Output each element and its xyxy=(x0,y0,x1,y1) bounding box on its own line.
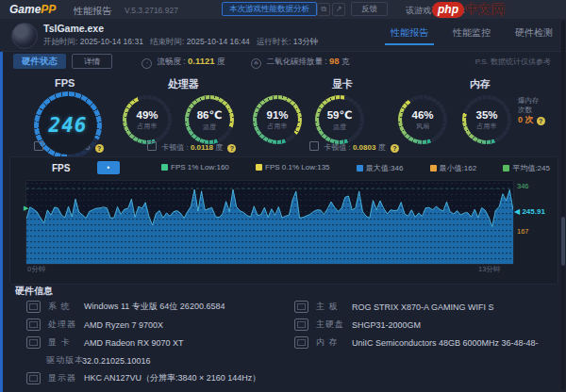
gamepp-logo: GamePP xyxy=(9,3,56,16)
gpu-stutter-icon xyxy=(309,141,319,151)
details-button[interactable]: 详情 xyxy=(72,54,112,69)
hw-info-label: 主硬盘 xyxy=(316,318,352,331)
mem-usage-gauge: 35% 占用率 xyxy=(462,95,511,144)
help-icon[interactable]: ? xyxy=(537,117,545,125)
ps-disclaimer: P.S. 数据统计仅供参考 xyxy=(475,57,551,67)
cpu-stutter-label: 卡顿值 : xyxy=(161,143,188,152)
mem-oom-label-1: 爆内存 xyxy=(518,96,545,106)
smoothness-value: 0.1121 xyxy=(188,56,215,66)
process-name: TslGame.exe xyxy=(43,23,104,34)
hw-info-value: Windows 11 专业版 64位 26200.6584 xyxy=(84,301,225,313)
gpu-usage-gauge: 91% 占用率 xyxy=(253,95,302,144)
gpu-stutter-unit: 度 xyxy=(378,143,386,152)
gpu-stutter-value: 0.0803 xyxy=(353,143,375,152)
cpu-temp-gauge: 86℃ 温度 xyxy=(185,95,234,144)
duration-value: 13分钟 xyxy=(293,37,318,46)
smoothness-stat: ◔ 流畅度 : 0.1121 度 xyxy=(142,56,225,69)
hw-info-row: 主 板ROG STRIX X870-A GAMING WIFI S xyxy=(294,298,558,316)
legend-swatch xyxy=(430,165,437,172)
fps-value: 246 xyxy=(49,114,88,137)
x-axis-start-label: 0分钟 xyxy=(27,265,45,274)
start-time-label: 开始时间: xyxy=(43,37,77,46)
hw-info-label: 显示器 xyxy=(48,372,84,384)
scrollbar-thumb[interactable] xyxy=(561,217,565,266)
legend-item[interactable]: 最大值:346 xyxy=(357,163,404,173)
gpu-fan-gauge: 46% 风扇 xyxy=(398,95,447,144)
cpu-usage-gauge: 49% 占用率 xyxy=(123,95,172,144)
x-axis-end-label: 13分钟 xyxy=(478,265,500,274)
help-icon[interactable]: ? xyxy=(95,144,104,153)
co2-label: 二氧化碳排放量 : xyxy=(266,57,326,66)
fps-chart-panel: FPS ▪ FPS 1% Low:160 FPS 0.1% Low:135 最大… xyxy=(9,156,558,285)
performance-analyze-button[interactable]: 本次游戏性能数据分析 xyxy=(222,2,317,16)
windows-icon xyxy=(26,301,41,313)
gpu-fan-label: 风扇 xyxy=(416,122,429,131)
help-icon[interactable]: ? xyxy=(391,144,399,153)
feedback-button[interactable]: 反馈 xyxy=(351,2,388,16)
monitor-icon xyxy=(26,372,41,384)
cpu-usage-label: 占用率 xyxy=(138,122,158,131)
hardware-info-right-column: 主 板ROG STRIX X870-A GAMING WIFI S主硬盘SHGP… xyxy=(294,298,558,351)
legend-swatch xyxy=(161,164,168,171)
game-avatar xyxy=(11,23,38,49)
hardware-status-pill[interactable]: 硬件状态 xyxy=(13,54,66,69)
smoothness-unit: 度 xyxy=(217,57,225,66)
cpu-icon xyxy=(26,318,41,331)
chart-low-label: 167 xyxy=(517,227,529,236)
start-time-value: 2025-10-14 16:31 xyxy=(80,37,143,46)
smoothness-label: 流畅度 : xyxy=(157,57,185,66)
cpu-stutter-value: 0.0118 xyxy=(191,143,213,152)
session-times: 开始时间: 2025-10-14 16:31 结束时间: 2025-10-14 … xyxy=(43,37,318,48)
cpu-stutter-unit: 度 xyxy=(215,143,223,152)
titlebar: GamePP 性能报告 V.5.3.2716.927 本次游戏性能数据分析 ⧉ … xyxy=(0,0,566,20)
co2-icon: ☘ xyxy=(251,58,261,69)
gpu-icon xyxy=(26,336,41,349)
hw-info-value: 32.0.21025.10016 xyxy=(82,356,151,366)
chart-legend: FPS 1% Low:160 FPS 0.1% Low:135 最大值:346 … xyxy=(161,163,550,173)
hw-info-value: UniIC Semiconductors 48GB 6000MHz 36-48-… xyxy=(352,338,539,348)
php-cn-watermark: php 中文网 xyxy=(432,0,506,19)
session-bar: TslGame.exe 开始时间: 2025-10-14 16:31 结束时间:… xyxy=(0,19,566,52)
hw-info-row: 显示器HKC AN127VU（分辨率:3840 × 2160 144Hz） xyxy=(26,369,281,387)
mem-section-header: 内存 xyxy=(470,77,491,91)
duration-label: 运行时长: xyxy=(257,37,291,46)
series-selector-dropdown[interactable]: ▪ xyxy=(97,161,120,174)
php-logo: php xyxy=(432,2,464,18)
legend-item[interactable]: FPS 1% Low:160 xyxy=(161,163,229,173)
mem-usage-label: 占用率 xyxy=(477,122,497,131)
main-tabs: 性能报告 性能监控 硬件检测 xyxy=(391,26,553,45)
hw-info-value: HKC AN127VU（分辨率:3840 × 2160 144Hz） xyxy=(84,372,260,384)
screenshot-icon[interactable]: ⧉ xyxy=(317,3,330,16)
gpu-temp-gauge: 59℃ 温度 xyxy=(315,95,364,144)
hw-info-value: AMD Radeon RX 9070 XT xyxy=(84,338,184,348)
motherboard-icon xyxy=(294,301,308,313)
co2-stat: ☘ 二氧化碳排放量 : 98 克 xyxy=(251,56,349,69)
mem-usage-value: 35% xyxy=(475,109,497,121)
gpu-usage-label: 占用率 xyxy=(268,122,288,131)
hw-info-value: SHGP31-2000GM xyxy=(352,320,421,330)
legend-item[interactable]: 最小值:162 xyxy=(430,163,477,173)
gpu-temp-label: 温度 xyxy=(333,122,346,132)
scrollbar-track[interactable] xyxy=(561,21,565,390)
hw-info-value: ROG STRIX X870-A GAMING WIFI S xyxy=(352,302,494,312)
mem-oom-stat: 爆内存 次数 0 次? xyxy=(518,96,545,125)
hw-info-row: 内 存UniIC Semiconductors 48GB 6000MHz 36-… xyxy=(294,334,558,351)
legend-swatch xyxy=(503,165,509,172)
tab-performance-monitor[interactable]: 性能监控 xyxy=(453,26,491,45)
tab-hardware-check[interactable]: 硬件检测 xyxy=(515,26,553,45)
hw-info-label: 系 统 xyxy=(48,301,84,313)
help-icon[interactable]: ? xyxy=(227,144,236,153)
disk-icon xyxy=(294,318,308,331)
gpu-stutter: 卡顿值 : 0.0803 度 ? xyxy=(309,141,399,153)
gamepp-performance-report-window: GamePP 性能报告 V.5.3.2716.927 本次游戏性能数据分析 ⧉ … xyxy=(0,0,566,392)
hw-info-label: 处理器 xyxy=(48,318,84,331)
end-time-value: 2025-10-14 16:44 xyxy=(187,37,250,46)
hw-info-row: 显 卡AMD Radeon RX 9070 XT xyxy=(26,334,281,351)
share-icon[interactable]: ↗ xyxy=(332,3,345,16)
gpu-temp-value: 59℃ xyxy=(327,108,353,122)
hw-info-label: 内 存 xyxy=(316,336,352,349)
legend-item[interactable]: 平均值:245 xyxy=(503,163,550,173)
ram-icon xyxy=(294,336,308,349)
legend-item[interactable]: FPS 0.1% Low:135 xyxy=(256,163,329,173)
tab-performance-report[interactable]: 性能报告 xyxy=(391,26,428,45)
